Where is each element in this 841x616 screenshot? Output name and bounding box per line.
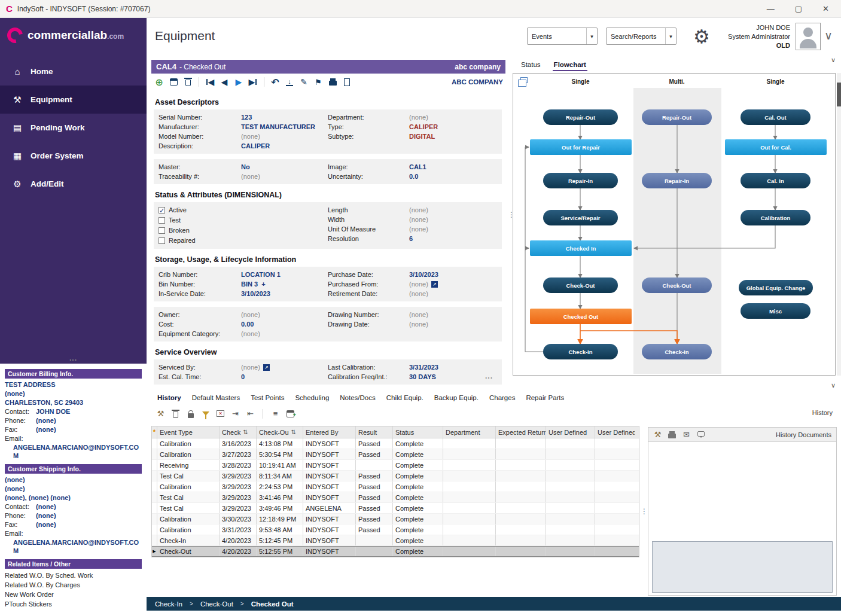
related-link[interactable]: PTouch Stickers: [5, 599, 142, 609]
sidebar-item-pending-work[interactable]: ▤ Pending Work: [0, 114, 147, 142]
document-icon[interactable]: [342, 76, 352, 88]
chevron-down-icon[interactable]: ▾: [586, 28, 597, 44]
flow-node-repair-out-single[interactable]: Repair-Out: [543, 109, 618, 125]
flowchart-scrollbar[interactable]: [837, 73, 841, 376]
tools-icon[interactable]: ⚒: [156, 409, 165, 419]
flow-node-global-equip-change[interactable]: Global Equip. Change: [739, 280, 813, 295]
tab-status[interactable]: Status: [520, 60, 542, 71]
last-record-icon[interactable]: ▶: [248, 76, 258, 88]
print-icon[interactable]: [327, 76, 338, 88]
flow-node-check-out-single[interactable]: Check-Out: [543, 277, 618, 293]
flow-node-calibration[interactable]: Calibration: [741, 210, 810, 225]
sort-icon[interactable]: ⇅: [243, 429, 248, 435]
avatar[interactable]: [796, 23, 821, 50]
tab-notes-docs[interactable]: Notes/Docs: [335, 392, 380, 403]
tab-flowchart[interactable]: Flowchart: [553, 60, 587, 71]
scrollbar-thumb[interactable]: [837, 83, 841, 106]
sidebar-item-home[interactable]: ⌂ Home: [0, 57, 147, 86]
related-link[interactable]: Related W.O. By Charges: [5, 580, 142, 590]
flow-node-check-out-multi[interactable]: Check-Out: [642, 277, 712, 293]
table-row[interactable]: Calibration3/16/20234:13:08 PMINDYSOFTPa…: [152, 438, 639, 449]
export-icon[interactable]: ⇤: [246, 409, 255, 419]
flag-icon[interactable]: ⚑: [313, 76, 324, 88]
column-header[interactable]: Entered By: [303, 426, 356, 438]
download-icon[interactable]: ↓: [284, 76, 295, 88]
schedule-calendar-icon[interactable]: [168, 76, 179, 88]
first-record-icon[interactable]: ◀: [205, 76, 215, 88]
flow-node-repair-in-single[interactable]: Repair-In: [543, 173, 618, 188]
flow-node-cal-in[interactable]: Cal. In: [741, 173, 810, 188]
sidebar-more-handle[interactable]: ...: [0, 354, 147, 362]
undo-icon[interactable]: ↶: [270, 76, 281, 88]
calendar-add-icon[interactable]: [286, 409, 295, 419]
flow-node-out-for-repair[interactable]: Out for Repair: [530, 139, 632, 155]
column-header[interactable]: Status: [393, 426, 443, 438]
edit-icon[interactable]: ✎: [298, 76, 309, 88]
checkbox-box[interactable]: [159, 237, 165, 244]
related-link[interactable]: New Work Order: [5, 590, 142, 599]
events-dropdown[interactable]: Events ▾: [527, 28, 598, 45]
cascade-window-icon[interactable]: [520, 77, 528, 83]
external-link-icon[interactable]: ↗: [431, 281, 438, 288]
status-checkbox[interactable]: Repaired: [159, 236, 328, 246]
sidebar-item-equipment[interactable]: ⚒ Equipment: [0, 86, 147, 114]
brand-logo[interactable]: commerciallab.com: [0, 18, 147, 48]
delete-icon[interactable]: [171, 409, 180, 419]
column-header[interactable]: Check-Ou⇅: [257, 426, 303, 438]
tab-backup-equip[interactable]: Backup Equip.: [429, 392, 483, 403]
tab-default-masters[interactable]: Default Masters: [187, 392, 245, 403]
status-checkbox[interactable]: Broken: [159, 225, 328, 236]
status-checkbox[interactable]: Test: [159, 215, 328, 225]
flow-node-check-in-multi[interactable]: Check-In: [642, 344, 712, 359]
mail-icon[interactable]: ✉: [682, 430, 691, 440]
table-row[interactable]: Check-In4/20/20235:12:45 PMINDYSOFTCompl…: [152, 535, 639, 546]
external-link-icon[interactable]: ↗: [263, 364, 270, 371]
tools-icon[interactable]: ⚒: [653, 430, 662, 440]
column-header[interactable]: User Defined: [595, 426, 635, 438]
table-row[interactable]: Test Cal3/29/20238:11:34 AMINDYSOFTPasse…: [152, 471, 639, 481]
billing-email[interactable]: ANGELENA.MARCIANO@INDYSOFT.COM: [5, 443, 142, 460]
splitter-handle[interactable]: ...: [485, 372, 493, 380]
checkbox-box[interactable]: [159, 207, 165, 214]
flow-node-check-in-single[interactable]: Check-In: [543, 344, 618, 359]
clear-grid-icon[interactable]: ✕: [216, 409, 225, 419]
tab-repair-parts[interactable]: Repair Parts: [521, 392, 569, 403]
flow-node-repair-out-multi[interactable]: Repair-Out: [642, 109, 712, 125]
column-header[interactable]: Result: [356, 426, 393, 438]
status-checkbox[interactable]: Active: [159, 205, 328, 215]
add-record-icon[interactable]: ⊕: [154, 76, 164, 88]
tab-test-points[interactable]: Test Points: [246, 392, 289, 403]
table-row[interactable]: Receiving3/28/202310:19:41 AMINDYSOFTCom…: [152, 460, 639, 471]
checkbox-box[interactable]: [159, 217, 165, 224]
flow-node-misc[interactable]: Misc: [741, 303, 810, 319]
column-header[interactable]: User Defined: [546, 426, 595, 438]
tab-charges[interactable]: Charges: [485, 392, 520, 403]
column-header[interactable]: Department: [443, 426, 496, 438]
checkbox-box[interactable]: [159, 227, 165, 234]
table-row[interactable]: Test Cal3/29/20233:49:46 PMANGELENAPasse…: [152, 503, 639, 514]
table-row[interactable]: Test Cal3/29/20233:41:46 PMINDYSOFTPasse…: [152, 492, 639, 503]
sidebar-item-order-system[interactable]: ▦ Order System: [0, 142, 147, 170]
maximize-button[interactable]: ▢: [795, 4, 802, 13]
search-reports-dropdown[interactable]: Search/Reports ▾: [606, 28, 677, 45]
flow-node-out-for-cal[interactable]: Out for Cal.: [725, 139, 827, 155]
flow-node-repair-in-multi[interactable]: Repair-In: [642, 173, 712, 188]
user-menu-chevron-icon[interactable]: ∨: [824, 29, 833, 42]
close-button[interactable]: ✕: [822, 4, 829, 13]
statusbar-crumb[interactable]: Check-Out: [200, 600, 233, 608]
list-view-icon[interactable]: ≡: [271, 409, 280, 419]
import-icon[interactable]: ⇥: [231, 409, 240, 419]
sidebar-item-add-edit[interactable]: ⚙ Add/Edit: [0, 170, 147, 198]
related-link[interactable]: Related W.O. By Sched. Work: [5, 571, 142, 580]
comment-icon[interactable]: [696, 430, 705, 440]
column-header[interactable]: Check⇅: [220, 426, 257, 438]
shipping-email[interactable]: ANGELENA.MARCIANO@INDYSOFT.COM: [5, 538, 142, 555]
prev-record-icon[interactable]: ◀: [219, 76, 230, 88]
table-row[interactable]: Calibration3/31/20239:53:48 AMINDYSOFTPa…: [152, 524, 639, 535]
add-bin-icon[interactable]: +: [261, 279, 265, 289]
table-row[interactable]: Calibration3/29/20232:24:53 PMINDYSOFTPa…: [152, 481, 639, 492]
table-row[interactable]: ▶Check-Out4/20/20235:12:55 PMINDYSOFTCom…: [152, 546, 639, 557]
table-row[interactable]: Calibration3/27/20235:30:54 PMINDYSOFTPa…: [152, 449, 639, 460]
delete-icon[interactable]: [182, 76, 193, 88]
flow-node-cal-out[interactable]: Cal. Out: [741, 109, 810, 125]
